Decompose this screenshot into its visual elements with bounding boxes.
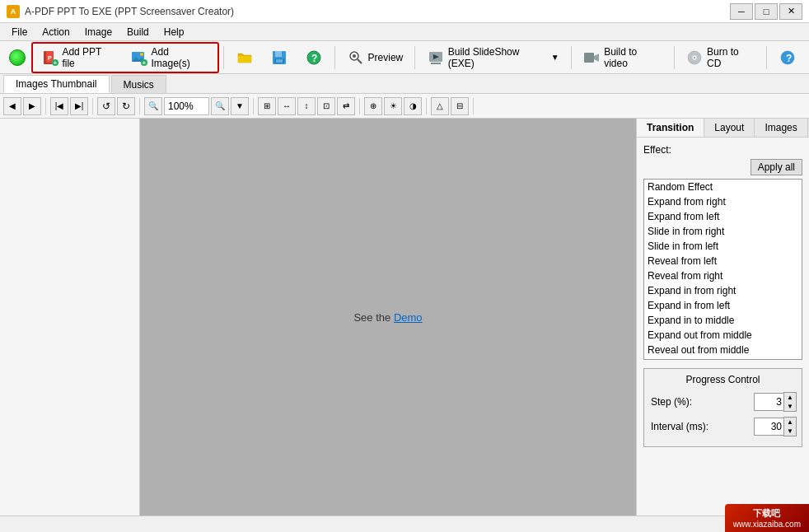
sep-sec5	[359, 98, 360, 114]
menu-action[interactable]: Action	[35, 25, 76, 40]
build-slideshow-button[interactable]: Build SlideShow (EXE) ▼	[419, 44, 566, 71]
build-icon	[427, 49, 444, 67]
svg-point-27	[694, 57, 695, 58]
left-tabs-area: Images Thumbnail Musics	[0, 74, 809, 94]
add-image-button[interactable]: + Add Image(s)	[123, 44, 217, 71]
expand-button[interactable]: ⊕	[364, 97, 382, 115]
sep-sec2	[92, 98, 93, 114]
tri-button[interactable]: △	[431, 97, 449, 115]
sep5	[674, 46, 675, 69]
save-button[interactable]	[263, 44, 296, 71]
canvas-content: See the Demo	[353, 311, 422, 324]
preview-button[interactable]: Preview	[339, 44, 411, 71]
menu-file[interactable]: File	[5, 25, 34, 40]
svg-rect-22	[431, 63, 441, 64]
svg-text:+: +	[142, 59, 146, 66]
zoom-dropdown-button[interactable]: ▼	[231, 97, 249, 115]
sep-sec4	[253, 98, 254, 114]
zoom-in-button[interactable]: 🔍	[211, 97, 229, 115]
contrast-button[interactable]: ◑	[404, 97, 422, 115]
canvas-area: See the Demo	[140, 119, 636, 516]
apply-all-button[interactable]: Apply all	[751, 159, 802, 175]
progress-control: Progress Control Step (%): ▲ ▼ Interval …	[643, 368, 802, 447]
sep-sec6	[426, 98, 427, 114]
sep1	[223, 46, 224, 69]
tab-images[interactable]: Images	[755, 119, 807, 137]
maximize-button[interactable]: □	[755, 3, 778, 20]
add-ppt-button[interactable]: P + Add PPT file	[34, 44, 123, 71]
effect-item[interactable]: Random Effect	[644, 180, 802, 194]
interval-row: Interval (ms): ▲ ▼	[651, 417, 795, 436]
effect-item[interactable]: Expand out from middle	[644, 328, 802, 343]
menubar: File Action Image Build Help	[0, 23, 809, 41]
effect-item[interactable]: Reveal in from sides	[644, 357, 802, 360]
fit-page-button[interactable]: ⊞	[258, 97, 276, 115]
video-icon	[583, 49, 601, 67]
last-button[interactable]: ▶|	[70, 97, 88, 115]
zoom-out-button[interactable]: 🔍	[144, 97, 162, 115]
burn-cd-button[interactable]: Burn to CD	[679, 44, 763, 71]
effect-item[interactable]: Reveal out from middle	[644, 343, 802, 357]
sep3	[414, 46, 415, 69]
menu-help[interactable]: Help	[157, 25, 191, 40]
minimize-button[interactable]: ─	[730, 3, 753, 20]
convert-button[interactable]: ⇄	[337, 97, 355, 115]
see-text: See the	[353, 311, 390, 324]
flip-h-button[interactable]: ↔	[278, 97, 296, 115]
demo-link[interactable]: Demo	[394, 311, 423, 324]
effect-item[interactable]: Expand from right	[644, 194, 802, 209]
svg-point-7	[140, 53, 143, 56]
actual-size-button[interactable]: ⊡	[317, 97, 335, 115]
statusbar	[0, 516, 809, 532]
build-video-button[interactable]: Build to video	[576, 44, 670, 71]
about-button[interactable]: ?	[771, 44, 804, 71]
tab-musics[interactable]: Musics	[111, 75, 166, 93]
slide-canvas: See the Demo	[140, 119, 636, 516]
brightness-button[interactable]: ☀	[384, 97, 402, 115]
menu-image[interactable]: Image	[78, 25, 119, 40]
folder-icon	[236, 49, 254, 67]
help-button[interactable]: ?	[297, 44, 330, 71]
grid-button[interactable]: ⊟	[451, 97, 469, 115]
watermark-url: www.xiazaiba.com	[733, 520, 801, 529]
interval-down-button[interactable]: ▼	[784, 427, 796, 436]
menu-build[interactable]: Build	[120, 25, 156, 40]
right-panel: Transition Layout Images Effect: Apply a…	[636, 119, 809, 516]
interval-input[interactable]	[754, 418, 783, 436]
effect-item[interactable]: Reveal from left	[644, 254, 802, 268]
next-button[interactable]: ▶	[23, 97, 41, 115]
close-button[interactable]: ✕	[779, 3, 802, 20]
prev-button[interactable]: ◀	[3, 97, 21, 115]
sep-sec1	[45, 98, 46, 114]
build-dropdown-arrow[interactable]: ▼	[551, 53, 559, 62]
step-up-button[interactable]: ▲	[784, 393, 796, 402]
effect-list[interactable]: Random EffectExpand from rightExpand fro…	[643, 179, 802, 360]
tab-transition[interactable]: Transition	[637, 119, 704, 137]
left-panel	[0, 119, 140, 516]
effect-item[interactable]: Slide in from right	[644, 224, 802, 239]
effect-item[interactable]: Expand in from left	[644, 298, 802, 313]
effect-item[interactable]: Expand in from right	[644, 283, 802, 298]
rotate-left-button[interactable]: ↺	[97, 97, 115, 115]
effect-item[interactable]: Expand from left	[644, 209, 802, 224]
titlebar: A A-PDF PPT To EXE (PPT Screensaver Crea…	[0, 0, 809, 23]
effect-item[interactable]: Slide in from left	[644, 239, 802, 254]
progress-title: Progress Control	[651, 374, 795, 385]
interval-up-button[interactable]: ▲	[784, 418, 796, 427]
svg-text:?: ?	[311, 53, 317, 64]
step-down-button[interactable]: ▼	[784, 402, 796, 411]
tab-layout[interactable]: Layout	[704, 119, 755, 137]
window-controls: ─ □ ✕	[730, 3, 802, 20]
tab-images-thumbnail[interactable]: Images Thumbnail	[3, 75, 110, 93]
effect-item[interactable]: Reveal from right	[644, 268, 802, 283]
green-status-button[interactable]	[5, 44, 30, 71]
flip-v-button[interactable]: ↕	[297, 97, 316, 115]
sep-sec7	[473, 98, 474, 114]
step-spinners: ▲ ▼	[783, 392, 797, 412]
svg-point-19	[353, 54, 356, 58]
rotate-right-button[interactable]: ↻	[117, 97, 135, 115]
open-button[interactable]	[228, 44, 261, 71]
step-input[interactable]	[754, 393, 783, 411]
first-button[interactable]: |◀	[50, 97, 68, 115]
effect-item[interactable]: Expand in to middle	[644, 313, 802, 328]
